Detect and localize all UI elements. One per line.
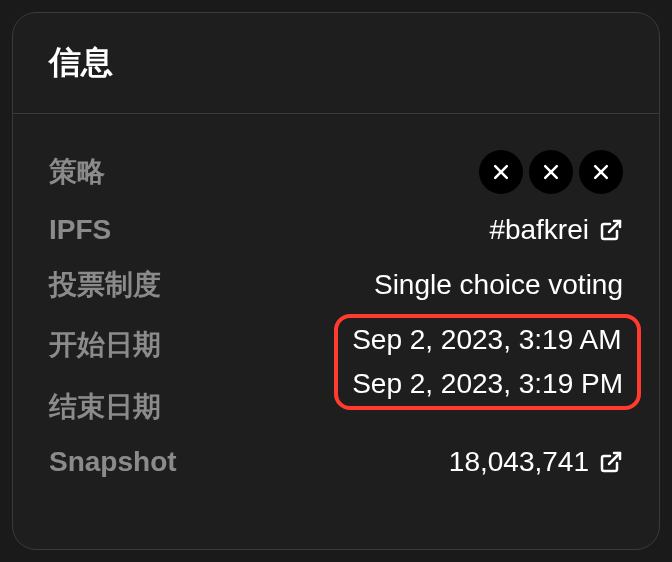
ipfs-label: IPFS: [49, 214, 111, 246]
snapshot-value: 18,043,741: [449, 446, 589, 478]
dates-labels: 开始日期 结束日期: [49, 324, 161, 426]
strategy-label: 策略: [49, 153, 105, 191]
card-title: 信息: [49, 41, 623, 85]
strategy-icons: [479, 150, 623, 194]
snapshot-row: Snapshot 18,043,741: [49, 446, 623, 478]
snapshot-link[interactable]: 18,043,741: [449, 446, 623, 478]
dates-section: 开始日期 结束日期 Sep 2, 2023, 3:19 AM Sep 2, 20…: [49, 324, 623, 426]
voting-system-value: Single choice voting: [374, 269, 623, 301]
end-date-label: 结束日期: [49, 388, 161, 426]
external-link-icon: [599, 450, 623, 474]
strategy-row: 策略: [49, 150, 623, 194]
svg-line-6: [609, 221, 620, 232]
strategy-icon-3[interactable]: [579, 150, 623, 194]
snapshot-label: Snapshot: [49, 446, 177, 478]
ipfs-value: #bafkrei: [489, 214, 589, 246]
voting-system-label: 投票制度: [49, 266, 161, 304]
x-icon: [491, 162, 511, 182]
start-date-value: Sep 2, 2023, 3:19 AM: [352, 324, 623, 356]
start-date-label: 开始日期: [49, 326, 161, 364]
card-content: 策略: [13, 114, 659, 514]
external-link-icon: [599, 218, 623, 242]
dates-highlight: Sep 2, 2023, 3:19 AM Sep 2, 2023, 3:19 P…: [334, 314, 641, 410]
voting-system-row: 投票制度 Single choice voting: [49, 266, 623, 304]
end-date-value: Sep 2, 2023, 3:19 PM: [352, 368, 623, 400]
strategy-icon-2[interactable]: [529, 150, 573, 194]
strategy-icon-1[interactable]: [479, 150, 523, 194]
svg-line-7: [609, 453, 620, 464]
card-header: 信息: [13, 13, 659, 113]
info-card: 信息 策略: [12, 12, 660, 550]
ipfs-link[interactable]: #bafkrei: [489, 214, 623, 246]
ipfs-row: IPFS #bafkrei: [49, 214, 623, 246]
x-icon: [591, 162, 611, 182]
x-icon: [541, 162, 561, 182]
